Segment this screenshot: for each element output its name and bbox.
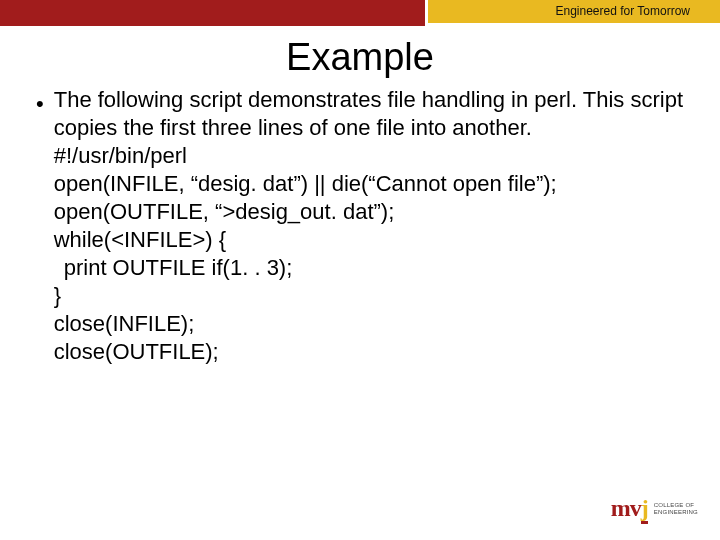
slide-title: Example	[0, 36, 720, 79]
code-line: close(OUTFILE);	[54, 338, 684, 366]
body-text: The following script demonstrates file h…	[54, 86, 684, 366]
code-line: }	[54, 282, 684, 310]
logo-mark: mvj	[611, 495, 648, 522]
code-line: open(OUTFILE, “>desig_out. dat”);	[54, 198, 684, 226]
slide-body: • The following script demonstrates file…	[36, 86, 684, 366]
logo-text: COLLEGE OF ENGINEERING	[654, 502, 698, 516]
bullet-icon: •	[36, 86, 44, 118]
code-line: #!/usr/bin/perl	[54, 142, 684, 170]
code-line: open(INFILE, “desig. dat”) || die(“Canno…	[54, 170, 684, 198]
tagline: Engineered for Tomorrow	[555, 4, 690, 18]
code-line: close(INFILE);	[54, 310, 684, 338]
intro-text: The following script demonstrates file h…	[54, 86, 684, 142]
code-line: while(<INFILE>) {	[54, 226, 684, 254]
code-line: print OUTFILE if(1. . 3);	[54, 254, 684, 282]
footer-logo: mvj COLLEGE OF ENGINEERING	[611, 495, 698, 522]
